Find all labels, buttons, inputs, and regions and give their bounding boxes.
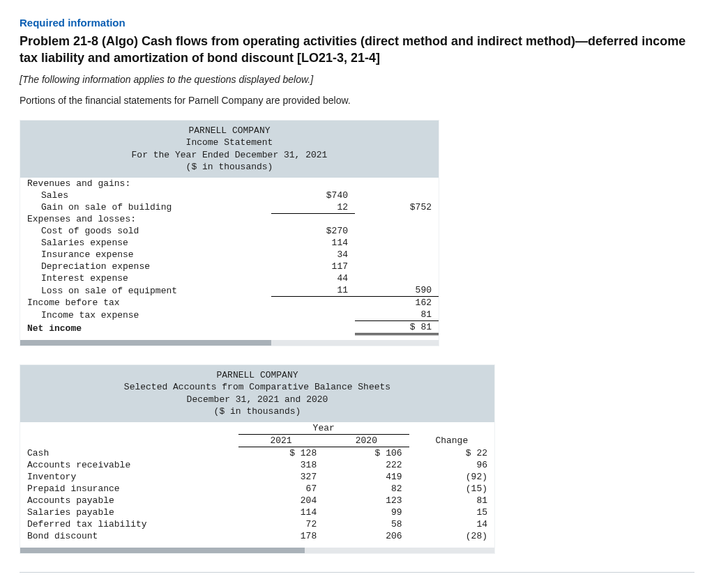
table-row: Salaries payable 114 99 15 (20, 506, 494, 518)
statement-units: ($ in thousands) (20, 405, 494, 418)
cell-2020: 82 (324, 483, 409, 495)
row-label: Accounts receivable (20, 459, 238, 471)
cell-change: 81 (409, 495, 494, 506)
row-value: $270 (271, 225, 355, 237)
cell-2021: 72 (238, 518, 324, 530)
table-row: Accounts payable 204 123 81 (20, 495, 494, 506)
table-row: Expenses and losses: (20, 213, 439, 225)
table-row: Interest expense 44 (20, 272, 439, 284)
divider (20, 572, 694, 573)
income-statement-header: PARNELL COMPANY Income Statement For the… (20, 121, 439, 178)
net-income-value: $ 81 (355, 321, 439, 334)
cell-2020: 222 (324, 459, 409, 471)
income-statement-box: PARNELL COMPANY Income Statement For the… (20, 120, 439, 346)
cell-2020: 206 (324, 530, 409, 542)
table-row: Bond discount 178 206 (28) (20, 530, 494, 542)
row-label: Accounts payable (20, 495, 238, 506)
table-row: Salaries expense 114 (20, 237, 439, 249)
row-value: 12 (271, 201, 355, 214)
col-change: Change (409, 434, 494, 447)
intro-text: Portions of the financial statements for… (20, 95, 694, 106)
row-label: Prepaid insurance (20, 483, 238, 495)
row-label: Revenues and gains: (20, 178, 271, 189)
row-value: 81 (355, 309, 439, 321)
table-row: Insurance expense 34 (20, 249, 439, 261)
row-value: 117 (271, 261, 355, 272)
cell-change: 96 (409, 459, 494, 471)
row-label: Bond discount (20, 530, 238, 542)
table-row: Income before tax 162 (20, 297, 439, 309)
table-row: Income tax expense 81 (20, 309, 439, 321)
row-label: Expenses and losses: (20, 213, 271, 225)
row-label: Salaries expense (20, 237, 271, 249)
cell-2020: $ 106 (324, 447, 409, 459)
statement-units: ($ in thousands) (20, 161, 439, 173)
cell-change: (28) (409, 530, 494, 542)
statement-title: Selected Accounts from Comparative Balan… (20, 381, 494, 394)
row-value: 114 (271, 237, 355, 249)
balance-sheet-header: PARNELL COMPANY Selected Accounts from C… (20, 365, 494, 422)
row-total: $752 (355, 201, 439, 214)
table-row: Depreciation expense 117 (20, 261, 439, 272)
year-header: Year (238, 422, 409, 435)
col-2020: 2020 (324, 434, 409, 447)
col-2021: 2021 (238, 434, 324, 447)
row-value: 34 (271, 249, 355, 261)
row-label: Salaries payable (20, 506, 238, 518)
table-row: 2021 2020 Change (20, 434, 494, 447)
cell-2020: 419 (324, 471, 409, 483)
row-total: 590 (355, 284, 439, 297)
horizontal-scrollbar[interactable] (20, 548, 494, 553)
row-value: 44 (271, 272, 355, 284)
row-label: Gain on sale of building (20, 201, 271, 214)
table-row: Year (20, 422, 494, 435)
cell-2020: 123 (324, 495, 409, 506)
table-row: Inventory 327 419 (92) (20, 471, 494, 483)
cell-2020: 58 (324, 518, 409, 530)
cell-2021: 318 (238, 459, 324, 471)
table-row: Gain on sale of building 12 $752 (20, 201, 439, 214)
table-row: Revenues and gains: (20, 178, 439, 189)
company-name: PARNELL COMPANY (20, 125, 439, 137)
statement-title: Income Statement (20, 137, 439, 149)
table-row: Loss on sale of equipment 11 590 (20, 284, 439, 297)
balance-sheet-table: Year 2021 2020 Change Cash $ 128 $ 106 $… (20, 422, 494, 548)
table-row: Accounts receivable 318 222 96 (20, 459, 494, 471)
statement-period: December 31, 2021 and 2020 (20, 394, 494, 406)
row-label: Inventory (20, 471, 238, 483)
table-row: Prepaid insurance 67 82 (15) (20, 483, 494, 495)
row-label: Sales (20, 189, 271, 201)
table-row: Deferred tax liability 72 58 14 (20, 518, 494, 530)
balance-sheet-box: PARNELL COMPANY Selected Accounts from C… (20, 364, 495, 554)
row-label: Loss on sale of equipment (20, 284, 271, 297)
net-income-label: Net income (20, 321, 271, 334)
table-row: Net income $ 81 (20, 321, 439, 334)
cell-change: 14 (409, 518, 494, 530)
applies-note: [The following information applies to th… (20, 74, 694, 85)
cell-change: (92) (409, 471, 494, 483)
row-label: Income tax expense (20, 309, 271, 321)
cell-change: 15 (409, 506, 494, 518)
problem-title: Problem 21-8 (Algo) Cash flows from oper… (20, 33, 694, 67)
cell-2021: 204 (238, 495, 324, 506)
row-value: $740 (271, 189, 355, 201)
cell-2021: $ 128 (238, 447, 324, 459)
row-label: Insurance expense (20, 249, 271, 261)
row-label: Depreciation expense (20, 261, 271, 272)
cell-2021: 67 (238, 483, 324, 495)
row-label: Interest expense (20, 272, 271, 284)
income-statement-table: Revenues and gains: Sales $740 Gain on s… (20, 178, 439, 340)
row-label: Income before tax (20, 297, 271, 309)
cell-change: $ 22 (409, 447, 494, 459)
required-information-heading: Required information (20, 17, 694, 29)
cell-change: (15) (409, 483, 494, 495)
horizontal-scrollbar[interactable] (20, 340, 439, 346)
cell-2021: 327 (238, 471, 324, 483)
row-label: Cash (20, 447, 238, 459)
row-value: 162 (355, 297, 439, 309)
cell-2021: 114 (238, 506, 324, 518)
row-label: Cost of goods sold (20, 225, 271, 237)
table-row: Sales $740 (20, 189, 439, 201)
cell-2020: 99 (324, 506, 409, 518)
cell-2021: 178 (238, 530, 324, 542)
